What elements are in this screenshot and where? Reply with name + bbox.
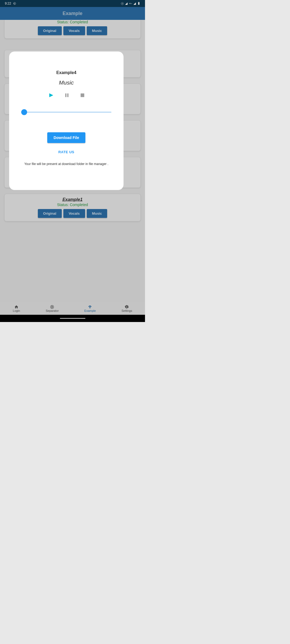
slider-thumb[interactable] [21, 109, 27, 115]
player-dialog: Example4 Music Download File RATE US You… [9, 52, 124, 190]
svg-rect-9 [81, 93, 84, 97]
rate-us-link[interactable]: RATE US [16, 150, 117, 154]
dialog-title: Example4 [16, 70, 117, 75]
dialog-subtitle: Music [16, 79, 117, 86]
stop-icon[interactable] [80, 93, 85, 98]
player-controls [16, 92, 117, 98]
download-button[interactable]: Download File [47, 132, 86, 143]
play-icon[interactable] [48, 92, 54, 98]
slider-track [21, 112, 111, 113]
svg-rect-7 [65, 93, 67, 97]
dialog-note: Your file will be present at download fo… [16, 162, 117, 166]
modal-overlay[interactable]: Example4 Music Download File RATE US You… [0, 0, 145, 322]
pause-icon[interactable] [64, 93, 69, 98]
progress-slider[interactable] [21, 109, 111, 115]
svg-rect-8 [67, 93, 69, 97]
